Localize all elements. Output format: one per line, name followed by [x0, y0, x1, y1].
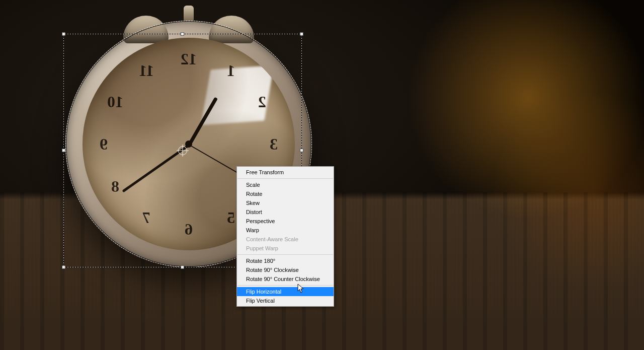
transform-center[interactable]: [178, 146, 187, 155]
menu-item-content_aware_scale: Content-Aware Scale: [237, 235, 334, 244]
menu-item-puppet_warp: Puppet Warp: [237, 244, 334, 253]
handle-top-right[interactable]: [300, 32, 303, 36]
menu-item-scale[interactable]: Scale: [237, 180, 334, 189]
menu-separator: [237, 254, 333, 255]
handle-bottom-left[interactable]: [62, 265, 65, 269]
handle-top-left[interactable]: [62, 32, 65, 36]
menu-item-flip_h[interactable]: Flip Horizontal: [237, 287, 334, 296]
handle-mid-left[interactable]: [62, 149, 65, 152]
menu-item-free_transform[interactable]: Free Transform: [237, 168, 334, 177]
menu-item-distort[interactable]: Distort: [237, 207, 334, 217]
menu-separator: [237, 285, 333, 286]
handle-top-mid[interactable]: [181, 32, 184, 36]
menu-item-rotate_90_ccw[interactable]: Rotate 90° Counter Clockwise: [237, 274, 334, 284]
transform-context-menu[interactable]: Free TransformScaleRotateSkewDistortPers…: [236, 166, 334, 307]
menu-item-warp[interactable]: Warp: [237, 226, 334, 235]
menu-separator: [237, 178, 333, 179]
menu-item-rotate[interactable]: Rotate: [237, 189, 334, 198]
menu-item-rotate_180[interactable]: Rotate 180°: [237, 256, 334, 265]
handle-mid-right[interactable]: [300, 149, 303, 152]
menu-item-skew[interactable]: Skew: [237, 198, 334, 207]
clock-post: [184, 6, 194, 21]
menu-item-flip_v[interactable]: Flip Vertical: [237, 296, 334, 305]
menu-item-rotate_90_cw[interactable]: Rotate 90° Clockwise: [237, 265, 334, 274]
handle-bottom-mid[interactable]: [181, 265, 184, 269]
menu-item-perspective[interactable]: Perspective: [237, 217, 334, 226]
